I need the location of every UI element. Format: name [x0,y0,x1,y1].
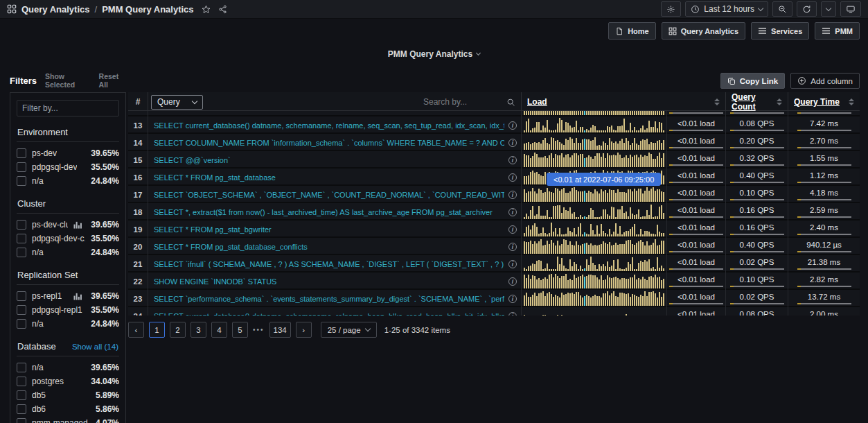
sort-icon[interactable] [714,98,720,105]
nav-button-home[interactable]: Home [608,22,656,40]
load-sparkline[interactable] [521,221,666,238]
table-row[interactable]: 14 SELECT COLUMN_NAME FROM `information_… [128,134,860,151]
filter-checkbox[interactable] [17,305,26,315]
query-link[interactable]: SELECT COLUMN_NAME FROM `information_sch… [154,139,504,147]
next-page-button[interactable]: › [296,322,312,338]
filter-search-box[interactable] [17,100,119,116]
filter-input[interactable] [22,103,130,113]
share-icon[interactable] [218,5,227,14]
query-link[interactable]: SELECT * FROM pg_stat_database_conflicts [154,243,504,251]
search-icon[interactable] [506,98,515,107]
search-input[interactable] [423,97,499,107]
pagination-ellipsis[interactable]: ••• [253,326,265,334]
time-range-picker[interactable]: Last 12 hours [685,1,768,17]
sort-icon[interactable] [849,98,854,105]
info-icon[interactable]: i [508,225,517,234]
page-size-select[interactable]: 25 / page [321,322,377,338]
query-link[interactable]: SELECT current_database() datname, schem… [154,121,504,130]
mini-bar-chart-icon[interactable] [73,292,82,300]
panel-title-menu[interactable]: PMM Query Analytics [388,49,480,59]
last-page-button[interactable]: 134 [269,322,291,338]
load-sparkline[interactable] [521,186,666,203]
search-box[interactable] [423,97,515,107]
info-icon[interactable]: i [508,173,517,182]
filter-item[interactable]: ps-dev 39.65% [17,146,119,160]
filter-item[interactable]: pdpgsql-dev 35.50% [17,160,119,174]
table-row[interactable]: 18 SELECT *, extract($1 from now() - las… [128,203,860,221]
filter-checkbox[interactable] [17,176,26,186]
filter-checkbox[interactable] [17,148,26,158]
table-row[interactable]: 24 SELECT current_database() datname, sc… [128,307,860,316]
table-row[interactable]: 16 SELECT * FROM pg_stat_database i <0.0… [128,169,860,186]
query-link[interactable]: SELECT * FROM pg_stat_database [154,173,504,182]
refresh-button[interactable] [797,1,817,17]
table-row[interactable]: 19 SELECT * FROM pg_stat_bgwriter i <0.0… [128,221,860,238]
add-column-button[interactable]: Add column [790,73,860,89]
show-all-link[interactable]: Show all (14) [72,343,118,351]
table-row[interactable]: 17 SELECT `OBJECT_SCHEMA` , `OBJECT_NAME… [128,186,860,203]
load-sparkline[interactable] [521,116,666,134]
filter-item[interactable]: pdpgsql-dev-c... 35.50% [17,232,119,245]
info-icon[interactable]: i [508,156,517,164]
column-query-count[interactable]: Query Count [725,92,788,112]
copy-link-button[interactable]: Copy Link [720,73,786,89]
table-row[interactable]: 23 SELECT `performance_schema` . `events… [128,290,860,307]
table-row[interactable]: 22 SHOW ENGINE `INNODB` STATUS i <0.01 l… [128,273,860,290]
page-button-4[interactable]: 4 [211,322,227,338]
breadcrumb-section[interactable]: Query Analytics [21,4,90,15]
filter-checkbox[interactable] [17,418,26,423]
filter-item[interactable]: db6 5.86% [17,402,119,416]
query-link[interactable]: SELECT `OBJECT_SCHEMA` , `OBJECT_NAME` ,… [154,191,504,199]
dimension-select[interactable]: Query [151,95,203,110]
info-icon[interactable]: i [508,121,517,130]
filter-item[interactable]: postgres 34.04% [17,374,119,388]
table-row[interactable]: 20 SELECT * FROM pg_stat_database_confli… [128,238,860,255]
filter-checkbox[interactable] [17,319,26,329]
settings-button[interactable] [661,1,681,17]
page-button-1[interactable]: 1 [149,322,165,338]
star-icon[interactable] [202,5,211,14]
zoom-out-button[interactable] [772,1,792,17]
filter-item[interactable]: pmm-managed 4.07% [17,416,119,423]
query-link[interactable]: SELECT `ifnull` ( SCHEMA_NAME , ? ) AS S… [154,260,504,268]
query-link[interactable]: SHOW ENGINE `INNODB` STATUS [154,277,504,286]
load-sparkline[interactable] [521,134,666,151]
load-sparkline[interactable] [521,203,666,221]
filter-item[interactable]: ps-dev-cluster 39.65% [17,218,119,232]
load-sparkline[interactable] [521,238,666,255]
filter-checkbox[interactable] [17,291,26,301]
filter-checkbox[interactable] [17,363,26,372]
filter-item[interactable]: n/a 24.84% [17,245,119,259]
table-row[interactable]: 21 SELECT `ifnull` ( SCHEMA_NAME , ? ) A… [128,255,860,273]
table-row[interactable]: 15 SELECT @@`version` i <0.01 load 0.32 … [128,151,860,169]
table-row[interactable]: 13 SELECT current_database() datname, sc… [128,116,860,134]
sort-icon[interactable] [777,98,782,105]
filter-checkbox[interactable] [17,390,26,400]
nav-button-services[interactable]: Services [751,22,809,40]
query-link[interactable]: SELECT *, extract($1 from now() - last_a… [154,208,504,216]
load-sparkline[interactable] [521,111,666,116]
load-sparkline[interactable] [521,273,666,290]
column-query-time[interactable]: Query Time [788,92,860,112]
filter-checkbox[interactable] [17,404,26,414]
info-icon[interactable]: i [508,191,517,199]
load-sparkline[interactable] [521,151,666,169]
info-icon[interactable]: i [508,243,517,251]
query-link[interactable]: SELECT * FROM pg_stat_bgwriter [154,225,504,234]
load-sparkline[interactable] [521,290,666,307]
page-button-2[interactable]: 2 [170,322,186,338]
nav-button-query-analytics[interactable]: Query Analytics [662,22,745,40]
filter-checkbox[interactable] [17,248,26,257]
query-link[interactable]: SELECT `performance_schema` . `events_st… [154,295,504,303]
breadcrumb-page[interactable]: PMM Query Analytics [102,4,193,15]
filter-checkbox[interactable] [17,377,26,386]
page-button-3[interactable]: 3 [191,322,206,338]
query-link[interactable]: SELECT @@`version` [154,156,504,164]
info-icon[interactable]: i [508,260,517,268]
query-link[interactable]: SELECT current_database() datname, schem… [154,312,504,316]
info-icon[interactable]: i [508,139,517,147]
prev-page-button[interactable]: ‹ [128,322,144,338]
info-icon[interactable]: i [508,208,517,216]
refresh-interval-dropdown[interactable] [821,1,836,17]
reset-all-link[interactable]: Reset All [99,72,126,89]
